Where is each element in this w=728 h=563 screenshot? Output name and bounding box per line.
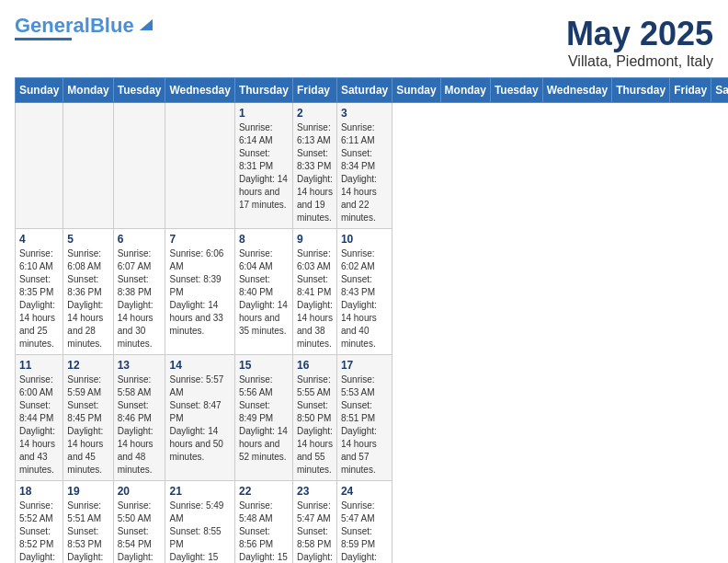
day-number: 22 (239, 485, 289, 498)
calendar-week-row: 18Sunrise: 5:52 AM Sunset: 8:52 PM Dayli… (16, 481, 729, 564)
title-block: May 2025 Villata, Piedmont, Italy (566, 15, 713, 70)
day-number: 3 (341, 107, 388, 120)
weekday-header: Thursday (234, 78, 292, 103)
calendar-cell: 8Sunrise: 6:04 AM Sunset: 8:40 PM Daylig… (234, 229, 292, 355)
day-info: Sunrise: 5:56 AM Sunset: 8:49 PM Dayligh… (239, 373, 289, 464)
day-info: Sunrise: 5:57 AM Sunset: 8:47 PM Dayligh… (169, 373, 230, 464)
month-title: May 2025 (566, 15, 713, 53)
day-number: 7 (169, 233, 230, 246)
calendar-cell: 7Sunrise: 6:06 AM Sunset: 8:39 PM Daylig… (165, 229, 234, 355)
calendar-cell: 24Sunrise: 5:47 AM Sunset: 8:59 PM Dayli… (336, 481, 392, 564)
logo-underline (15, 38, 72, 40)
calendar-cell: 10Sunrise: 6:02 AM Sunset: 8:43 PM Dayli… (336, 229, 392, 355)
weekday-header-cell: Saturday (711, 78, 728, 103)
day-number: 12 (67, 359, 108, 372)
day-info: Sunrise: 6:08 AM Sunset: 8:36 PM Dayligh… (67, 247, 108, 350)
calendar-week-row: 4Sunrise: 6:10 AM Sunset: 8:35 PM Daylig… (16, 229, 729, 355)
calendar-cell (63, 103, 113, 229)
day-info: Sunrise: 5:49 AM Sunset: 8:55 PM Dayligh… (169, 500, 230, 563)
weekday-header: Friday (292, 78, 336, 103)
calendar-cell: 21Sunrise: 5:49 AM Sunset: 8:55 PM Dayli… (165, 481, 234, 564)
day-info: Sunrise: 5:58 AM Sunset: 8:46 PM Dayligh… (118, 373, 162, 477)
weekday-header-cell: Thursday (612, 78, 670, 103)
day-number: 10 (341, 233, 388, 246)
day-info: Sunrise: 6:03 AM Sunset: 8:41 PM Dayligh… (297, 247, 333, 350)
day-info: Sunrise: 6:06 AM Sunset: 8:39 PM Dayligh… (169, 247, 230, 338)
day-number: 9 (297, 233, 333, 246)
day-number: 24 (341, 485, 388, 498)
day-number: 5 (67, 233, 108, 246)
day-number: 14 (169, 359, 230, 372)
day-info: Sunrise: 5:53 AM Sunset: 8:51 PM Dayligh… (341, 373, 388, 477)
day-info: Sunrise: 6:10 AM Sunset: 8:35 PM Dayligh… (19, 247, 59, 350)
logo-icon (136, 14, 156, 34)
day-info: Sunrise: 6:00 AM Sunset: 8:44 PM Dayligh… (19, 373, 59, 477)
calendar-cell: 19Sunrise: 5:51 AM Sunset: 8:53 PM Dayli… (63, 481, 113, 564)
calendar-cell: 9Sunrise: 6:03 AM Sunset: 8:41 PM Daylig… (292, 229, 336, 355)
calendar-cell: 12Sunrise: 5:59 AM Sunset: 8:45 PM Dayli… (63, 355, 113, 481)
weekday-header: Saturday (336, 78, 392, 103)
day-info: Sunrise: 5:47 AM Sunset: 8:59 PM Dayligh… (341, 500, 388, 563)
day-info: Sunrise: 5:48 AM Sunset: 8:56 PM Dayligh… (239, 500, 289, 563)
calendar-cell: 1Sunrise: 6:14 AM Sunset: 8:31 PM Daylig… (234, 103, 292, 229)
logo: GeneralBlue (15, 15, 156, 40)
weekday-header: Tuesday (113, 78, 165, 103)
day-info: Sunrise: 5:47 AM Sunset: 8:58 PM Dayligh… (297, 500, 333, 563)
calendar-cell: 15Sunrise: 5:56 AM Sunset: 8:49 PM Dayli… (234, 355, 292, 481)
day-info: Sunrise: 5:50 AM Sunset: 8:54 PM Dayligh… (118, 500, 162, 563)
day-info: Sunrise: 6:07 AM Sunset: 8:38 PM Dayligh… (118, 247, 162, 350)
weekday-header: Monday (63, 78, 113, 103)
calendar-table: SundayMondayTuesdayWednesdayThursdayFrid… (15, 77, 728, 563)
weekday-header: Sunday (16, 78, 63, 103)
svg-marker-1 (140, 19, 153, 30)
calendar-cell (113, 103, 165, 229)
location-subtitle: Villata, Piedmont, Italy (566, 53, 713, 70)
day-info: Sunrise: 6:02 AM Sunset: 8:43 PM Dayligh… (341, 247, 388, 350)
logo-blue: Blue (90, 14, 134, 37)
calendar-cell: 6Sunrise: 6:07 AM Sunset: 8:38 PM Daylig… (113, 229, 165, 355)
day-number: 11 (19, 359, 59, 372)
day-number: 23 (297, 485, 333, 498)
calendar-header-row: SundayMondayTuesdayWednesdayThursdayFrid… (16, 78, 729, 103)
calendar-cell: 14Sunrise: 5:57 AM Sunset: 8:47 PM Dayli… (165, 355, 234, 481)
day-info: Sunrise: 6:14 AM Sunset: 8:31 PM Dayligh… (239, 121, 289, 212)
day-info: Sunrise: 6:13 AM Sunset: 8:33 PM Dayligh… (297, 121, 333, 224)
calendar-cell: 11Sunrise: 6:00 AM Sunset: 8:44 PM Dayli… (16, 355, 63, 481)
day-info: Sunrise: 5:51 AM Sunset: 8:53 PM Dayligh… (67, 500, 108, 563)
calendar-cell: 18Sunrise: 5:52 AM Sunset: 8:52 PM Dayli… (16, 481, 63, 564)
calendar-cell: 4Sunrise: 6:10 AM Sunset: 8:35 PM Daylig… (16, 229, 63, 355)
day-info: Sunrise: 5:59 AM Sunset: 8:45 PM Dayligh… (67, 373, 108, 477)
weekday-header-cell: Tuesday (490, 78, 542, 103)
calendar-week-row: 11Sunrise: 6:00 AM Sunset: 8:44 PM Dayli… (16, 355, 729, 481)
day-number: 15 (239, 359, 289, 372)
weekday-header: Wednesday (165, 78, 234, 103)
day-number: 19 (67, 485, 108, 498)
calendar-cell (165, 103, 234, 229)
day-number: 17 (341, 359, 388, 372)
day-number: 6 (118, 233, 162, 246)
day-number: 18 (19, 485, 59, 498)
calendar-cell: 22Sunrise: 5:48 AM Sunset: 8:56 PM Dayli… (234, 481, 292, 564)
day-number: 2 (297, 107, 333, 120)
day-number: 21 (169, 485, 230, 498)
day-number: 1 (239, 107, 289, 120)
calendar-cell: 3Sunrise: 6:11 AM Sunset: 8:34 PM Daylig… (336, 103, 392, 229)
day-number: 4 (19, 233, 59, 246)
day-number: 13 (118, 359, 162, 372)
weekday-header-cell: Sunday (392, 78, 440, 103)
day-info: Sunrise: 6:04 AM Sunset: 8:40 PM Dayligh… (239, 247, 289, 338)
weekday-header-cell: Friday (670, 78, 711, 103)
calendar-cell: 5Sunrise: 6:08 AM Sunset: 8:36 PM Daylig… (63, 229, 113, 355)
day-info: Sunrise: 5:52 AM Sunset: 8:52 PM Dayligh… (19, 500, 59, 563)
day-number: 8 (239, 233, 289, 246)
calendar-cell: 16Sunrise: 5:55 AM Sunset: 8:50 PM Dayli… (292, 355, 336, 481)
day-number: 16 (297, 359, 333, 372)
calendar-cell: 23Sunrise: 5:47 AM Sunset: 8:58 PM Dayli… (292, 481, 336, 564)
calendar-week-row: 1Sunrise: 6:14 AM Sunset: 8:31 PM Daylig… (16, 103, 729, 229)
calendar-cell: 2Sunrise: 6:13 AM Sunset: 8:33 PM Daylig… (292, 103, 336, 229)
weekday-header-cell: Wednesday (542, 78, 611, 103)
day-info: Sunrise: 6:11 AM Sunset: 8:34 PM Dayligh… (341, 121, 388, 224)
logo-text: GeneralBlue (15, 15, 134, 37)
logo-general: General (15, 14, 90, 37)
calendar-cell (16, 103, 63, 229)
